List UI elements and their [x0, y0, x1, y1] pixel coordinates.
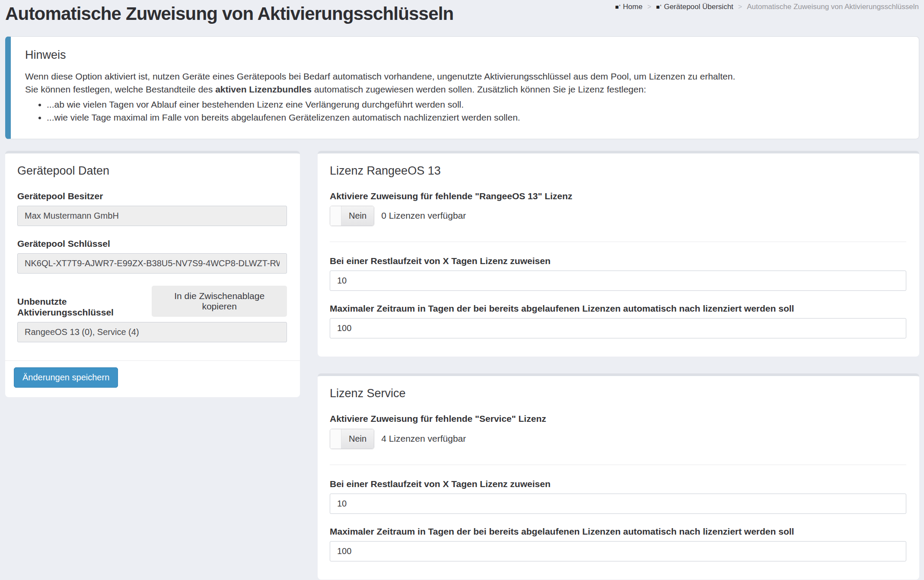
- service-availability-text: 4 Lizenzen verfügbar: [381, 433, 466, 444]
- toggle-handle: [330, 429, 341, 449]
- save-changes-button[interactable]: Änderungen speichern: [14, 367, 118, 388]
- rangeeos13-remaining-group: Bei einer Restlaufzeit von X Tagen Lizen…: [330, 255, 906, 291]
- breadcrumb: ■' Home > ■' Gerätepool Übersicht > Auto…: [615, 3, 919, 11]
- rangeeos13-remaining-input[interactable]: [330, 271, 906, 291]
- hinweis-callout: Hinweis Wenn diese Option aktiviert ist,…: [5, 36, 919, 139]
- license-column: Lizenz RangeeOS 13 Aktiviere Zuweisung f…: [318, 151, 919, 580]
- rangeeos13-toggle-row: Nein 0 Lizenzen verfügbar: [330, 206, 906, 226]
- service-remaining-input[interactable]: [330, 494, 906, 514]
- rangeeos13-max-group: Maximaler Zeitraum in Tagen der bei bere…: [330, 303, 906, 338]
- service-toggle-label: Aktiviere Zuweisung für fehlende "Servic…: [330, 413, 906, 424]
- service-max-input[interactable]: [330, 541, 906, 561]
- service-assignment-toggle[interactable]: Nein: [330, 429, 374, 449]
- rangeeos13-remaining-label: Bei einer Restlaufzeit von X Tagen Lizen…: [330, 255, 906, 266]
- copy-to-clipboard-button[interactable]: In die Zwischenablage kopieren: [152, 286, 287, 317]
- hinweis-line2: Sie können festlegen, welche Bestandteil…: [25, 83, 902, 96]
- pool-key-label: Gerätepool Schlüssel: [17, 238, 287, 249]
- breadcrumb-home-label: Home: [623, 3, 642, 11]
- license-section-divider: [330, 465, 906, 465]
- breadcrumb-geraetepool-uebersicht[interactable]: ■' Gerätepool Übersicht: [656, 3, 733, 11]
- rangeeos13-max-label: Maximaler Zeitraum in Tagen der bei bere…: [330, 303, 906, 314]
- hinweis-bullet: ...wie viele Tage maximal im Falle von b…: [47, 111, 902, 124]
- main-content: Gerätepool Daten Gerätepool Besitzer Ger…: [0, 151, 924, 580]
- rangeeos13-max-input[interactable]: [330, 318, 906, 338]
- rangeeos13-assignment-toggle[interactable]: Nein: [330, 206, 374, 226]
- hinweis-line2-prefix: Sie können festlegen, welche Bestandteil…: [25, 84, 215, 94]
- hinweis-line1: Wenn diese Option aktiviert ist, nutzen …: [25, 70, 902, 83]
- geraetepool-panel-footer: Änderungen speichern: [5, 361, 300, 397]
- hinweis-title: Hinweis: [25, 48, 902, 62]
- service-max-group: Maximaler Zeitraum in Tagen der bei bere…: [330, 526, 906, 561]
- rangeeos13-toggle-label: Aktiviere Zuweisung für fehlende "Rangee…: [330, 191, 906, 201]
- toggle-state-label: Nein: [341, 206, 374, 226]
- lizenz-service-title: Lizenz Service: [330, 387, 906, 400]
- hinweis-bullet: ...ab wie vielen Tagen vor Ablauf einer …: [47, 98, 902, 111]
- lizenz-service-panel: Lizenz Service Aktiviere Zuweisung für f…: [318, 373, 919, 580]
- owner-field-group: Gerätepool Besitzer: [17, 191, 287, 226]
- device-pool-icon: ■': [656, 3, 662, 10]
- unused-keys-input[interactable]: [17, 322, 287, 342]
- service-remaining-group: Bei einer Restlaufzeit von X Tagen Lizen…: [330, 478, 906, 514]
- hinweis-line2-bold: aktiven Lizenzbundles: [215, 84, 312, 94]
- pool-key-input[interactable]: [17, 253, 287, 274]
- hinweis-line2-suffix: automatisch zugewiesen werden sollen. Zu…: [312, 84, 646, 94]
- unused-keys-label: Unbenutzte Aktivierungsschlüssel: [17, 296, 152, 318]
- owner-label: Gerätepool Besitzer: [17, 191, 287, 201]
- lizenz-rangeeos13-title: Lizenz RangeeOS 13: [330, 164, 906, 178]
- unused-keys-field-group: Unbenutzte Aktivierungsschlüssel In die …: [17, 286, 287, 342]
- geraetepool-column: Gerätepool Daten Gerätepool Besitzer Ger…: [5, 151, 300, 397]
- breadcrumb-home[interactable]: ■' Home: [615, 3, 643, 11]
- breadcrumb-geraetepool-label: Gerätepool Übersicht: [664, 3, 733, 11]
- page-header: ■' Home > ■' Gerätepool Übersicht > Auto…: [0, 3, 924, 24]
- pool-key-field-group: Gerätepool Schlüssel: [17, 238, 287, 274]
- service-toggle-row: Nein 4 Lizenzen verfügbar: [330, 429, 906, 449]
- service-max-label: Maximaler Zeitraum in Tagen der bei bere…: [330, 526, 906, 537]
- owner-input[interactable]: [17, 206, 287, 226]
- toggle-state-label: Nein: [341, 429, 374, 449]
- lizenz-rangeeos13-panel: Lizenz RangeeOS 13 Aktiviere Zuweisung f…: [318, 151, 919, 357]
- breadcrumb-current-page: Automatische Zuweisung von Aktivierungss…: [747, 3, 919, 11]
- home-icon: ■': [615, 3, 621, 10]
- geraetepool-daten-panel: Gerätepool Daten Gerätepool Besitzer Ger…: [5, 151, 300, 397]
- hinweis-bullet-list: ...ab wie vielen Tagen vor Ablauf einer …: [25, 98, 902, 124]
- rangeeos13-availability-text: 0 Lizenzen verfügbar: [381, 210, 466, 221]
- toggle-handle: [330, 206, 341, 226]
- geraetepool-daten-title: Gerätepool Daten: [17, 164, 287, 178]
- breadcrumb-separator: >: [738, 3, 742, 11]
- breadcrumb-separator: >: [647, 3, 651, 11]
- service-remaining-label: Bei einer Restlaufzeit von X Tagen Lizen…: [330, 478, 906, 489]
- license-section-divider: [330, 242, 906, 242]
